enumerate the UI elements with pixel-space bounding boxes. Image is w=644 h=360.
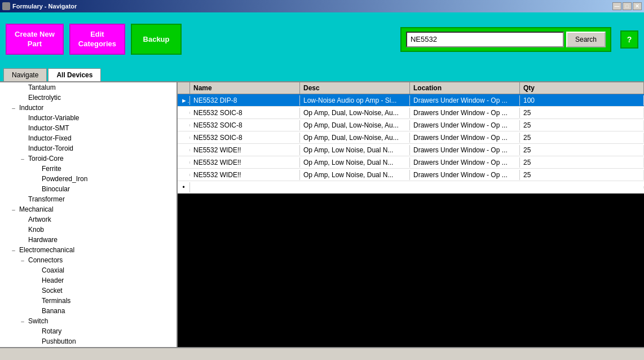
cell-location: Drawers Under Window - Op ... [410, 108, 520, 118]
list-item[interactable]: Pushbutton [0, 336, 177, 346]
expander-icon [18, 235, 27, 244]
col-location-header: Location [410, 82, 520, 94]
cell-qty: 25 [520, 120, 644, 130]
list-item[interactable]: Ferrite [0, 164, 177, 174]
list-item[interactable]: Powdered_Iron [0, 174, 177, 184]
tree-label: Header [41, 276, 64, 284]
tree-panel[interactable]: Tantalum Electrolytic – Inductor Inducto… [0, 82, 178, 347]
cell-desc: Op Amp, Dual, Low-Noise, Au... [300, 108, 410, 118]
grid-rows: ► NE5532 DIP-8 Low-Noise Audio op Amp - … [178, 94, 644, 194]
cell-location: Drawers Under Window - Op ... [410, 157, 520, 168]
expander-icon [32, 266, 41, 275]
row-arrow [178, 112, 190, 114]
table-row[interactable]: NE5532 WIDE!! Op Amp, Low Noise, Dual N.… [178, 156, 644, 169]
tree-label: Switch [27, 317, 48, 325]
black-area [178, 194, 644, 347]
title-bar: Formulary - Navigator — □ ✕ [0, 0, 644, 12]
backup-button[interactable]: Backup [131, 24, 182, 55]
list-item[interactable]: Rotary [0, 326, 177, 336]
cell-name: NE5532 DIP-8 [190, 95, 300, 106]
list-item[interactable]: Terminals [0, 296, 177, 306]
search-input[interactable] [406, 32, 564, 47]
expander-icon [18, 195, 27, 204]
maximize-button[interactable]: □ [623, 2, 632, 10]
tree-label: Hardware [27, 236, 58, 244]
cell-name: NE5532 WIDE!! [190, 170, 300, 180]
minimize-button[interactable]: — [612, 2, 621, 10]
collapse-icon: – [18, 154, 27, 163]
collapse-icon: – [18, 256, 27, 265]
list-item[interactable]: Toggle [0, 346, 177, 347]
table-row[interactable]: NE5532 WIDE!! Op Amp, Low Noise, Dual N.… [178, 169, 644, 181]
table-row[interactable]: NE5532 SOIC-8 Op Amp, Dual, Low-Noise, A… [178, 119, 644, 131]
cell-qty: 25 [520, 133, 644, 143]
list-item[interactable]: Socket [0, 286, 177, 296]
row-arrow [178, 149, 190, 151]
table-row[interactable]: NE5532 SOIC-8 Op Amp, Dual, Low-Noise, A… [178, 107, 644, 119]
cell-desc: Low-Noise Audio op Amp - Si... [300, 95, 410, 106]
table-row[interactable]: NE5532 SOIC-8 Op Amp, Dual, Low-Noise, A… [178, 131, 644, 144]
tree-label: Ferrite [41, 165, 61, 173]
list-item[interactable]: – Inductor [0, 103, 177, 113]
cell-qty: 25 [520, 170, 644, 180]
list-item[interactable]: Knob [0, 225, 177, 235]
title-bar-left: Formulary - Navigator [2, 2, 77, 10]
cell-name: NE5532 WIDE!! [190, 145, 300, 155]
list-item[interactable]: Inductor-Toroid [0, 143, 177, 153]
col-name-header: Name [190, 82, 300, 94]
tab-bar: Navigate All Devices [0, 66, 644, 81]
close-button[interactable]: ✕ [633, 2, 642, 10]
tree-label: Electrolytic [27, 94, 61, 102]
cell-location: Drawers Under Window - Op ... [410, 170, 520, 180]
title-bar-buttons[interactable]: — □ ✕ [612, 2, 642, 10]
col-desc-header: Desc [300, 82, 410, 94]
create-new-part-button[interactable]: Create NewPart [6, 24, 64, 55]
list-item[interactable]: Binocular [0, 184, 177, 194]
expander-icon [32, 164, 41, 173]
list-item[interactable]: Artwork [0, 214, 177, 225]
list-item[interactable]: Inductor-Variable [0, 113, 177, 123]
list-item[interactable]: Electrolytic [0, 93, 177, 103]
list-item[interactable]: – Toroid-Core [0, 153, 177, 164]
table-row[interactable]: NE5532 WIDE!! Op Amp, Low Noise, Dual N.… [178, 144, 644, 156]
list-item[interactable]: – Switch [0, 316, 177, 326]
collapse-icon: – [9, 245, 18, 254]
search-button[interactable]: Search [566, 32, 606, 47]
tab-all-devices[interactable]: All Devices [48, 68, 101, 81]
list-item[interactable]: Inductor-SMT [0, 123, 177, 133]
tree-label: Mechanical [18, 205, 54, 213]
list-item[interactable]: – Mechanical [0, 204, 177, 214]
cell-desc: Op Amp, Low Noise, Dual N... [300, 170, 410, 180]
expander-icon [18, 113, 27, 122]
list-item[interactable]: Banana [0, 306, 177, 316]
expander-icon [32, 276, 41, 285]
list-item[interactable]: Inductor-Fixed [0, 133, 177, 143]
row-dot: • [178, 182, 190, 192]
tree-label: Toroid-Core [27, 155, 64, 163]
tree-label: Coaxial [41, 266, 64, 274]
edit-categories-button[interactable]: EditCategories [69, 24, 125, 55]
expander-icon [18, 134, 27, 143]
table-row[interactable]: • [178, 181, 644, 194]
tab-navigate[interactable]: Navigate [3, 68, 47, 81]
tree-label: Powdered_Iron [41, 175, 87, 183]
table-row[interactable]: ► NE5532 DIP-8 Low-Noise Audio op Amp - … [178, 94, 644, 107]
cell-location: Drawers Under Window - Op ... [410, 145, 520, 155]
list-item[interactable]: Hardware [0, 235, 177, 245]
help-button[interactable]: ? [620, 30, 638, 49]
list-item[interactable]: Tantalum [0, 82, 177, 93]
col-qty-header: Qty [520, 82, 644, 94]
tree-label: Inductor [18, 104, 43, 112]
list-item[interactable]: Header [0, 275, 177, 286]
list-item[interactable]: Coaxial [0, 265, 177, 275]
expander-icon [18, 225, 27, 234]
tree-label: Transformer [27, 195, 65, 203]
tree-label: Tantalum [27, 84, 56, 91]
expander-icon [32, 174, 41, 183]
list-item[interactable]: Transformer [0, 194, 177, 204]
list-item[interactable]: – Electromechanical [0, 245, 177, 255]
list-item[interactable]: – Connectors [0, 255, 177, 265]
cell-name: NE5532 SOIC-8 [190, 108, 300, 118]
tree-label: Inductor-Variable [27, 114, 80, 122]
cell-empty [190, 186, 644, 188]
